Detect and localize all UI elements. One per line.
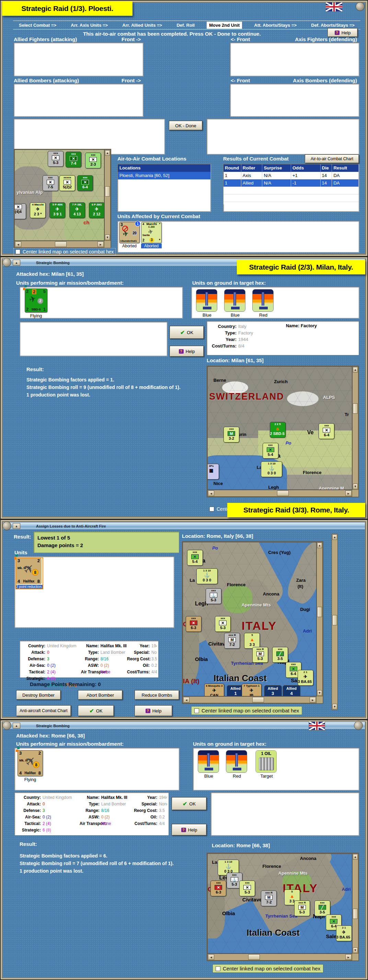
map-unit-counter: 5 P-40N✈3 9 1 bbox=[49, 202, 65, 218]
minimize-button[interactable]: ▲ bbox=[13, 523, 20, 529]
map-hscroll[interactable]: ◄► bbox=[207, 490, 352, 497]
ok-done-button[interactable]: OK - Done bbox=[169, 121, 202, 130]
window-knob[interactable] bbox=[356, 2, 365, 11]
titlebar[interactable]: ▲ Strategic Bombing bbox=[3, 722, 365, 729]
info-row: Air Transport:None bbox=[80, 821, 134, 827]
center-map-label: Center linked map on selected combat hex bbox=[23, 249, 114, 255]
combat-step-tab[interactable]: Att. Aborts/Stays => bbox=[252, 22, 299, 29]
combat-message: This air-to-air combat has been complete… bbox=[83, 31, 261, 37]
performing-units-box[interactable]: 2 2 5 ✈ 2 2 SBD-5 1 Flying bbox=[19, 287, 183, 318]
combat-step-tab[interactable]: Arr. Allied Units => bbox=[120, 22, 164, 29]
bomber-info-box: Country:United KingdomAttack:0Defense:3A… bbox=[14, 792, 169, 835]
map-vscroll[interactable]: ▲▼ bbox=[317, 542, 323, 696]
factory-label: Blue bbox=[196, 312, 218, 318]
aa-result-line: Damage points = 2 bbox=[37, 542, 175, 549]
map-unit-counter: 6 Mosquito 3✈CAN bbox=[204, 684, 224, 696]
combat-step-tab[interactable]: Def. Roll bbox=[174, 22, 197, 29]
aborted-unit-sunderland[interactable]: 3 1 ✈ 20 1SunderInd1 Aborted bbox=[119, 222, 140, 248]
selected-bomber[interactable]: 3 2 Mk. III ✈ 8 4 Halifax 8 2 point redu… bbox=[16, 557, 43, 589]
help-button[interactable]: ?Help bbox=[170, 346, 204, 357]
reduction-caption: 2 point reduction. bbox=[16, 585, 43, 589]
window-knob[interactable] bbox=[2, 522, 11, 530]
locations-header: Locations bbox=[118, 164, 210, 172]
locations-rows: Ploesti, Rumania [60, 52] bbox=[118, 172, 210, 180]
map-vscroll[interactable]: ▲▼ bbox=[352, 366, 358, 490]
center-map-checkbox[interactable] bbox=[215, 966, 220, 971]
close-knob[interactable] bbox=[354, 721, 363, 730]
ground-units-box[interactable]: Blue Red 1 OIL Target bbox=[193, 748, 359, 790]
spare-box[interactable] bbox=[211, 792, 359, 835]
info-row: ASW:0 (2) bbox=[80, 814, 134, 821]
front-left-label: <- Front bbox=[231, 37, 250, 42]
center-map-checkbox[interactable] bbox=[194, 708, 199, 713]
linked-map-2[interactable]: BerneZurichSWITZERLANDALPSTrurinVePooaLa… bbox=[207, 366, 359, 497]
combat-step-tab[interactable]: Arr. Axis Units => bbox=[69, 22, 110, 29]
map-hscroll[interactable]: ◄► bbox=[207, 954, 352, 961]
result-line: 1 production point was lost. bbox=[19, 867, 174, 875]
map-hscroll[interactable]: ◄► bbox=[183, 696, 317, 703]
minimize-button[interactable]: ▲ bbox=[13, 260, 20, 266]
rome-map-2[interactable]: La SFlorenceAnconaLeghApennine MtsITALYC… bbox=[207, 853, 352, 954]
reduce-bombs-button[interactable]: Reduce Bombs bbox=[135, 690, 179, 700]
linked-map-1[interactable]: ylvanian Alpch xxx✕5-3xxx✕7-4xxx✕2-3xxx✕… bbox=[14, 149, 111, 248]
combat-step-tab[interactable]: Move 2nd Unit bbox=[207, 22, 242, 29]
window-knob[interactable] bbox=[2, 258, 11, 267]
axis-fighters-box[interactable] bbox=[230, 43, 359, 76]
map-unit-counter: xxx✕7-5 bbox=[43, 175, 58, 191]
performing-units-label: Units performing air mission/bombardment… bbox=[16, 280, 124, 286]
units-box[interactable]: 3 2 Mk. III ✈ 8 4 Halifax 8 2 point redu… bbox=[14, 556, 174, 628]
halifax-counter[interactable]: 3 2 Mk. III ✈ 8 4 Halifax 8 bbox=[16, 558, 41, 584]
spare-units-box[interactable] bbox=[19, 322, 167, 356]
sbd-5-counter[interactable]: 2 2 5 ✈ 2 2 SBD-5 1 bbox=[25, 288, 47, 312]
sunderland-counter[interactable]: 3 1 ✈ 20 1SunderInd1 bbox=[119, 222, 140, 243]
macchi-counter[interactable]: 4Macchi* C.200 ✈ Saetta 23* bbox=[141, 222, 162, 243]
titlebar[interactable]: ▲ Assign Losses due to Anti-Aircraft Fir… bbox=[3, 522, 365, 530]
map-hscroll[interactable]: ◄► bbox=[14, 241, 104, 248]
flying-unit[interactable]: 3 2 Mk. III ✈ 8 4 Halifax 8 Flying bbox=[18, 750, 43, 782]
minimize-button[interactable]: ▲ bbox=[13, 723, 20, 729]
map-unit-counter: 5▲3 3 bbox=[244, 633, 260, 649]
halifax-counter[interactable]: 3 2 Mk. III ✈ 8 4 Halifax 8 bbox=[18, 750, 43, 776]
results-row[interactable]: 1AxisN/A+114DA bbox=[223, 172, 359, 180]
combat-map[interactable]: ylvanian Alpch xxx✕5-3xxx✕7-4xxx✕2-3xxx✕… bbox=[14, 150, 104, 241]
window-knob[interactable] bbox=[2, 721, 11, 730]
combat-step-tab[interactable]: Def. Aborts/Stays => bbox=[309, 22, 357, 29]
factory-icon bbox=[196, 289, 217, 312]
axis-bombers-box[interactable] bbox=[230, 84, 359, 117]
map-vscroll[interactable]: ▲▼ bbox=[104, 150, 110, 241]
help-button[interactable]: ?Help bbox=[328, 28, 358, 37]
rome-map[interactable]: PoCres (Yug)oaLa SZara(It)FlorenceAncona… bbox=[183, 542, 317, 696]
help-button[interactable]: ?Help bbox=[135, 705, 172, 716]
info-col-1: Country:United KingdomAttack:0Defense:3A… bbox=[16, 794, 80, 834]
abort-bomber-button[interactable]: Abort Bomber bbox=[78, 690, 123, 700]
map-unit-counter: xxx RM5-3 bbox=[294, 900, 310, 916]
ok-button[interactable]: ✔OK bbox=[172, 797, 207, 810]
map-vscroll[interactable]: ▲▼ bbox=[352, 853, 358, 954]
performing-units-box[interactable]: 3 2 Mk. III ✈ 8 4 Halifax 8 Flying bbox=[14, 748, 179, 790]
info-col-3: Year:1944Special:NoneReorg Cost:3.5Oil:0… bbox=[134, 794, 167, 834]
results-row[interactable]: 1AlliedN/A-114DA bbox=[223, 180, 359, 187]
ok-button[interactable]: ✔OK bbox=[78, 705, 114, 716]
window-vscroll[interactable]: ▲▼ bbox=[331, 534, 338, 710]
units-affected-title: Units Affected by Current Combat bbox=[118, 213, 200, 219]
aborted-unit-macchi[interactable]: 4Macchi* C.200 ✈ Saetta 23* Aborted bbox=[141, 222, 162, 248]
destroy-bomber-button[interactable]: Destroy Bomber bbox=[16, 690, 61, 700]
flying-unit[interactable]: 2 2 5 ✈ 2 2 SBD-5 1 Flying bbox=[25, 288, 47, 318]
allied-bombers-box[interactable] bbox=[14, 84, 143, 117]
linked-map-4[interactable]: La SFlorenceAnconaLeghApennine MtsITALYC… bbox=[207, 853, 359, 961]
aa-combat-chart-button[interactable]: Anti-aircraft Combat Chart bbox=[16, 705, 71, 716]
center-map-checkbox[interactable] bbox=[209, 507, 214, 511]
map-unit-counter: Allied3 bbox=[264, 685, 282, 696]
axis-reserve-box[interactable] bbox=[207, 119, 359, 154]
location-row[interactable]: Ploesti, Rumania [60, 52] bbox=[118, 172, 210, 180]
ground-units-box[interactable]: Blue Blue Red bbox=[191, 287, 359, 318]
allied-fighters-box[interactable] bbox=[14, 43, 143, 76]
combat-step-tab[interactable]: Select Combat => bbox=[16, 22, 59, 29]
linked-map-3[interactable]: PoCres (Yug)oaLa SZara(It)FlorenceAncona… bbox=[182, 541, 323, 704]
help-button[interactable]: ?Help bbox=[172, 824, 207, 835]
air-combat-chart-button[interactable]: Air-to-air Combat Chart bbox=[305, 154, 359, 163]
ok-button[interactable]: ✔OK bbox=[170, 326, 204, 339]
map-unit-counter: xxx✕5-3 bbox=[48, 151, 64, 167]
center-map-checkbox[interactable] bbox=[16, 249, 20, 254]
milan-map[interactable]: BerneZurichSWITZERLANDALPSTrurinVePooaLa… bbox=[207, 366, 352, 490]
